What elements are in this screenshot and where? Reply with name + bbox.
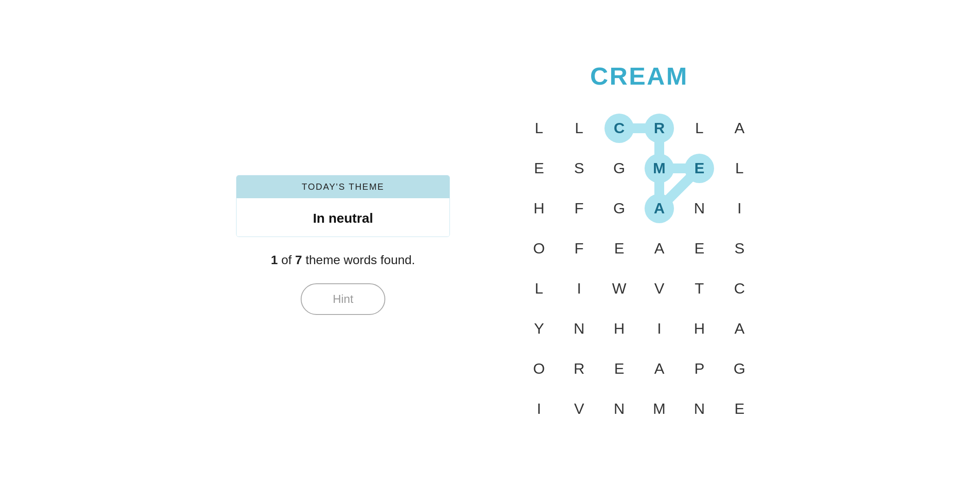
highlighted-cell: M — [645, 154, 674, 183]
found-of: of — [281, 253, 291, 267]
grid-cell[interactable]: A — [639, 349, 679, 389]
grid-cell[interactable]: C — [599, 108, 639, 148]
grid-cell[interactable]: I — [559, 269, 599, 309]
grid-cell[interactable]: E — [599, 349, 639, 389]
grid-cell[interactable]: L — [679, 108, 719, 148]
found-total: 7 — [295, 253, 302, 267]
word-title: CREAM — [590, 61, 688, 90]
theme-box: TODAY'S THEME In neutral — [236, 175, 450, 237]
grid-cell[interactable]: E — [679, 229, 719, 269]
grid-cell[interactable]: A — [719, 108, 760, 148]
highlighted-cell: C — [604, 114, 634, 143]
grid-cell[interactable]: L — [559, 108, 599, 148]
grid-cell[interactable]: A — [639, 188, 679, 229]
grid-cell[interactable]: H — [599, 309, 639, 349]
grid-cell[interactable]: V — [639, 269, 679, 309]
grid-cell[interactable]: G — [599, 188, 639, 229]
grid-cell[interactable]: H — [679, 309, 719, 349]
grid-cell[interactable]: N — [559, 309, 599, 349]
grid-cell[interactable]: G — [599, 148, 639, 188]
hint-button[interactable]: Hint — [301, 283, 385, 315]
grid-cell[interactable]: N — [679, 188, 719, 229]
theme-value: In neutral — [237, 198, 449, 237]
grid-cell[interactable]: O — [519, 229, 559, 269]
grid-cell[interactable]: G — [719, 349, 760, 389]
found-suffix: theme words found. — [306, 253, 415, 267]
left-panel: TODAY'S THEME In neutral 1 of 7 theme wo… — [220, 175, 466, 315]
grid-cell[interactable]: I — [639, 309, 679, 349]
grid-cell[interactable]: F — [559, 188, 599, 229]
grid-cell[interactable]: E — [679, 148, 719, 188]
grid-cell[interactable]: W — [599, 269, 639, 309]
grid-cell[interactable]: E — [719, 389, 760, 429]
word-grid: LLCRLAESGMELHFGANIOFEAESLIWVTCYNHIHAOREA… — [519, 108, 760, 429]
right-panel: CREAM LLCRLAESGMELHFGANIOFEAESLIWVTCYNHI… — [519, 61, 760, 429]
grid-cell[interactable]: F — [559, 229, 599, 269]
highlighted-cell: R — [645, 114, 674, 143]
grid-cell[interactable]: S — [719, 229, 760, 269]
grid-cell[interactable]: E — [519, 148, 559, 188]
highlighted-cell: E — [685, 154, 714, 183]
grid-cell[interactable]: I — [719, 188, 760, 229]
grid-cell[interactable]: N — [679, 389, 719, 429]
found-text: 1 of 7 theme words found. — [271, 253, 415, 267]
grid-cell[interactable]: T — [679, 269, 719, 309]
grid-cell[interactable]: V — [559, 389, 599, 429]
grid-cell[interactable]: E — [599, 229, 639, 269]
grid-cell[interactable]: H — [519, 188, 559, 229]
grid-cell[interactable]: A — [639, 229, 679, 269]
grid-cell[interactable]: I — [519, 389, 559, 429]
grid-cell[interactable]: S — [559, 148, 599, 188]
grid-cell[interactable]: P — [679, 349, 719, 389]
main-container: TODAY'S THEME In neutral 1 of 7 theme wo… — [0, 0, 980, 490]
grid-cell[interactable]: M — [639, 148, 679, 188]
grid-cell[interactable]: N — [599, 389, 639, 429]
grid-cell[interactable]: O — [519, 349, 559, 389]
grid-cell[interactable]: A — [719, 309, 760, 349]
grid-cell[interactable]: L — [719, 148, 760, 188]
highlighted-cell: A — [645, 194, 674, 223]
grid-cell[interactable]: L — [519, 108, 559, 148]
grid-cell[interactable]: R — [639, 108, 679, 148]
theme-header: TODAY'S THEME — [237, 176, 449, 198]
grid-cell[interactable]: L — [519, 269, 559, 309]
found-count: 1 — [271, 253, 278, 267]
grid-cell[interactable]: M — [639, 389, 679, 429]
grid-cell[interactable]: Y — [519, 309, 559, 349]
grid-cell[interactable]: C — [719, 269, 760, 309]
grid-cell[interactable]: R — [559, 349, 599, 389]
grid-wrapper: LLCRLAESGMELHFGANIOFEAESLIWVTCYNHIHAOREA… — [519, 108, 760, 429]
